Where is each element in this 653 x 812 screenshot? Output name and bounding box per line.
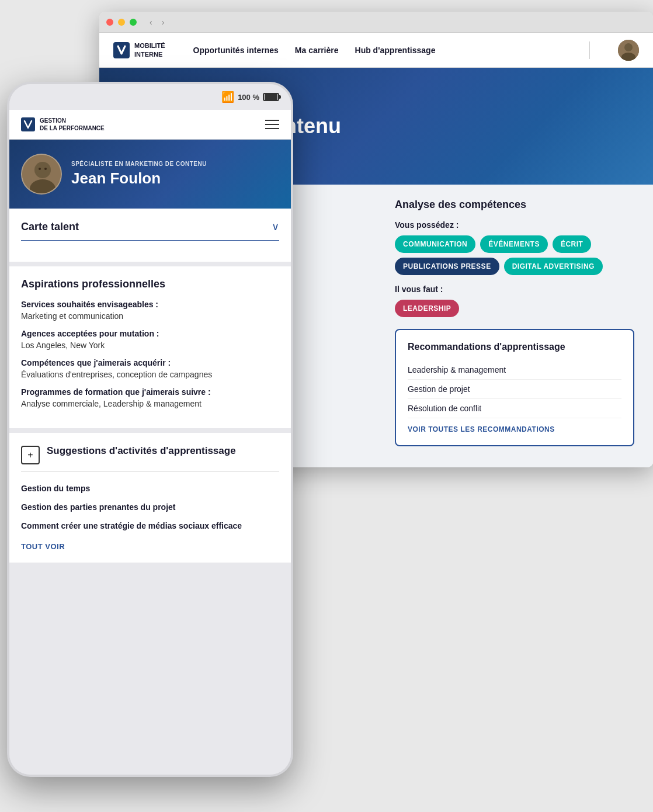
browser-navigation: ‹ › [146, 16, 168, 28]
suggestions-see-all[interactable]: TOUT VOIR [21, 542, 279, 551]
hamburger-menu[interactable] [265, 120, 279, 129]
svg-point-6 [34, 162, 51, 178]
suggestions-divider [21, 471, 279, 472]
suggestions-header: + Suggestions d'activités d'apprentissag… [21, 445, 279, 464]
learning-item-1: Leadership & management [408, 360, 621, 380]
nav-divider [589, 41, 590, 59]
skills-need-tags: LEADERSHIP [395, 300, 634, 317]
skill-tag-communication: COMMUNICATION [395, 235, 475, 253]
avatar-image [618, 40, 639, 61]
mobile-screen: 📶 100 % GESTION DE LA PERFORMANC [9, 84, 291, 775]
nav-link-carriere[interactable]: Ma carrière [295, 46, 339, 55]
skills-have-label: Vous possédez : [395, 220, 634, 230]
browser-back-button[interactable]: ‹ [146, 16, 156, 28]
skill-tag-ecrit: ÉCRIT [553, 235, 592, 253]
hamburger-line-2 [265, 124, 279, 125]
carte-talent-section: Carte talent ∨ [9, 209, 291, 262]
mobile-avatar-image [22, 155, 62, 195]
signal-strength: 100 % [238, 93, 259, 102]
browser-maximize-dot[interactable] [130, 19, 137, 26]
suggestions-icon: + [21, 446, 40, 464]
hamburger-line-3 [265, 128, 279, 129]
skill-tag-evenements: ÉVÉNEMENTS [480, 235, 548, 253]
mobile-app-content: GESTION DE LA PERFORMANCE [9, 110, 291, 775]
skill-tag-publications: PUBLICATIONS PRESSE [395, 258, 499, 275]
svg-rect-4 [21, 117, 35, 131]
svg-point-9 [44, 168, 47, 170]
suggestion-item-1: Gestion du temps [21, 479, 279, 498]
battery-icon [263, 93, 279, 101]
battery-fill [265, 94, 277, 100]
learning-see-all-link[interactable]: VOIR TOUTES LES RECOMMANDATIONS [408, 425, 621, 433]
aspirations-title: Aspirations professionnelles [21, 278, 279, 290]
svg-point-8 [39, 168, 41, 170]
wifi-icon: 📶 [221, 91, 234, 103]
skills-have-tags: COMMUNICATION ÉVÉNEMENTS ÉCRIT PUBLICATI… [395, 235, 634, 275]
mobile-hero-role: SPÉCIALISTE EN MARKETING DE CONTENU [71, 161, 207, 167]
carte-talent-header: Carte talent ∨ [21, 220, 279, 241]
logo-v-icon [113, 42, 130, 58]
browser-minimize-dot[interactable] [118, 19, 125, 26]
desktop-logo-text: MOBILITÉ INTERNE [134, 41, 165, 58]
aspiration-services-label: Services souhaités envisageables : [21, 300, 279, 309]
nav-link-hub[interactable]: Hub d'apprentissage [355, 46, 436, 55]
aspiration-competences-label: Compétences que j'aimerais acquérir : [21, 358, 279, 367]
svg-rect-0 [113, 42, 130, 58]
svg-point-2 [624, 43, 633, 51]
mobile-status-bar: 📶 100 % [9, 84, 291, 110]
learning-panel-title: Recommandations d'apprentissage [408, 342, 621, 352]
browser-titlebar: ‹ › [99, 12, 653, 33]
desktop-user-avatar[interactable] [618, 40, 639, 61]
browser-forward-button[interactable]: › [158, 16, 168, 28]
mobile-hero: SPÉCIALISTE EN MARKETING DE CONTENU Jean… [9, 140, 291, 209]
aspiration-programmes-value: Analyse commerciale, Leadership & manage… [21, 399, 279, 408]
learning-item-3: Résolution de conflit [408, 399, 621, 418]
skills-panel-title: Analyse des compétences [395, 199, 634, 211]
learning-recommendations-panel: Recommandations d'apprentissage Leadersh… [395, 329, 634, 446]
learning-item-2: Gestion de projet [408, 380, 621, 399]
mobile-user-avatar [21, 154, 62, 195]
suggestion-item-2: Gestion des parties prenantes du projet [21, 498, 279, 516]
mobile-hero-info: SPÉCIALISTE EN MARKETING DE CONTENU Jean… [71, 161, 207, 188]
mobile-hero-name: Jean Foulon [71, 169, 207, 188]
mobile-logo-v-icon [21, 117, 35, 131]
desktop-logo: MOBILITÉ INTERNE [113, 41, 165, 58]
aspiration-agences-value: Los Angeles, New York [21, 341, 279, 350]
aspiration-programmes-label: Programmes de formation que j'aimerais s… [21, 387, 279, 397]
aspiration-competences-value: Évaluations d'entreprises, conception de… [21, 370, 279, 379]
mobile-phone: 📶 100 % GESTION DE LA PERFORMANC [7, 82, 293, 777]
skills-analysis-panel: Analyse des compétences Vous possédez : … [376, 185, 653, 467]
browser-close-dot[interactable] [106, 19, 113, 26]
mobile-logo-text: GESTION DE LA PERFORMANCE [40, 117, 105, 132]
mobile-navbar: GESTION DE LA PERFORMANCE [9, 110, 291, 140]
skills-need-label: Il vous faut : [395, 284, 634, 294]
aspiration-agences-label: Agences acceptées pour mutation : [21, 329, 279, 338]
aspirations-section: Aspirations professionnelles Services so… [9, 262, 291, 428]
skill-tag-digital: DIGITAL ADVERTISING [504, 258, 603, 275]
suggestions-title: Suggestions d'activités d'apprentissage [47, 445, 236, 457]
carte-talent-chevron[interactable]: ∨ [272, 220, 279, 233]
desktop-navbar: MOBILITÉ INTERNE Opportunités internes M… [99, 33, 653, 68]
skill-tag-leadership: LEADERSHIP [395, 300, 459, 317]
aspiration-services-value: Marketing et communication [21, 311, 279, 321]
mobile-logo: GESTION DE LA PERFORMANCE [21, 117, 105, 132]
mobile-status-right: 📶 100 % [221, 91, 279, 103]
suggestions-section: + Suggestions d'activités d'apprentissag… [9, 428, 291, 563]
carte-talent-title: Carte talent [21, 221, 79, 233]
nav-link-opportunites[interactable]: Opportunités internes [193, 46, 279, 55]
desktop-nav-links: Opportunités internes Ma carrière Hub d'… [193, 46, 436, 55]
suggestion-item-3: Comment créer une stratégie de médias so… [21, 516, 279, 535]
hamburger-line-1 [265, 120, 279, 121]
